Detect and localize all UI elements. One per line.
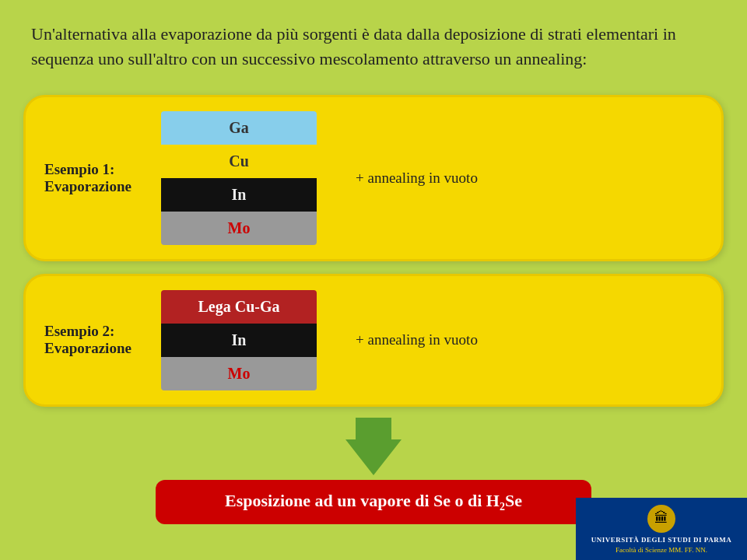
layer-in-2: In <box>161 324 317 357</box>
arrow-down-shape <box>345 418 402 475</box>
example2-label: Esempio 2: Evaporazione <box>44 323 138 357</box>
university-logo: 🏛 UNIVERSITÀ DEGLI STUDI DI PARMA Facolt… <box>576 498 747 560</box>
example1-label: Esempio 1: Evaporazione <box>44 161 138 195</box>
layer-ga: Ga <box>161 111 317 145</box>
bottom-banner: Esposizione ad un vapore di Se o di H2Se <box>156 480 591 524</box>
arrow-head <box>345 439 402 475</box>
layer-mo: Mo <box>161 212 317 245</box>
example1-annealing: + annealing in vuoto <box>356 170 478 187</box>
intro-paragraph: Un'alternativa alla evaporazione da più … <box>0 0 747 87</box>
example2-annealing: + annealing in vuoto <box>356 331 478 348</box>
examples-container: Esempio 1: Evaporazione Ga Cu In Mo + an… <box>0 87 747 415</box>
example1-box: Esempio 1: Evaporazione Ga Cu In Mo + an… <box>23 95 724 261</box>
example2-layers: Lega Cu-Ga In Mo <box>161 290 317 390</box>
university-emblem: 🏛 <box>647 505 675 533</box>
arrow-down-container <box>0 418 747 475</box>
layer-cu: Cu <box>161 145 317 178</box>
university-faculty: Facoltà di Scienze MM. FF. NN. <box>615 546 707 554</box>
layer-mo-2: Mo <box>161 357 317 390</box>
example2-box: Esempio 2: Evaporazione Lega Cu-Ga In Mo… <box>23 274 724 407</box>
example1-layers: Ga Cu In Mo <box>161 111 317 245</box>
university-name: UNIVERSITÀ DEGLI STUDI DI PARMA <box>591 536 731 544</box>
layer-in: In <box>161 178 317 212</box>
layer-lega-cu-ga: Lega Cu-Ga <box>161 290 317 324</box>
